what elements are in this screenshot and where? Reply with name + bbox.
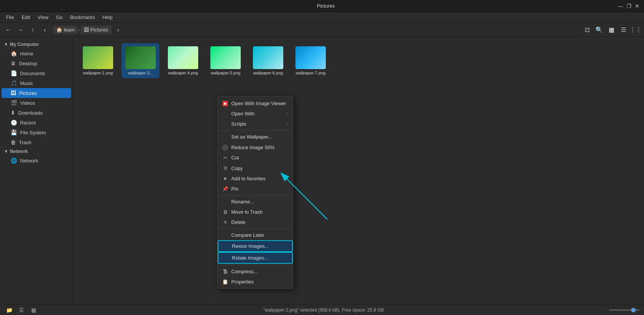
menu-item-edit[interactable]: Edit [19, 13, 33, 21]
file-item-6[interactable]: wallpaper-7.png [292, 43, 330, 78]
my-computer-section[interactable]: ▼ My Computer [0, 40, 73, 49]
ctx-compress[interactable]: 🗜 Compress... [218, 266, 293, 277]
file-name-4: wallpaper-5.png [211, 71, 240, 75]
ctx-scripts[interactable]: Scripts › [218, 119, 293, 129]
grid-view-button[interactable]: ▦ [606, 25, 617, 35]
file-thumbnail-3 [168, 46, 198, 69]
ctx-move-trash-label: Move to Trash [231, 209, 262, 215]
ctx-add-favorites[interactable]: ★ Add to favorites [218, 173, 293, 184]
statusbar-left: 📁 ☰ ▦ [5, 306, 38, 315]
ctx-pin-label: Pin [231, 186, 238, 192]
main-layout: ▼ My Computer 🏠 Home 🖥 Desktop 📄 Documen… [0, 37, 644, 304]
ctx-move-trash[interactable]: 🗑 Move to Trash [218, 207, 293, 217]
sidebar: ▼ My Computer 🏠 Home 🖥 Desktop 📄 Documen… [0, 37, 73, 304]
file-name-2: wallpaper-2... [128, 71, 153, 75]
breadcrumb-pictures-label: Pictures [90, 27, 108, 33]
ctx-open-with[interactable]: Open With › [218, 109, 293, 119]
sidebar-item-music[interactable]: 🎵 Music [2, 78, 71, 88]
file-thumbnail-4 [210, 46, 241, 69]
sidebar-item-videos[interactable]: 🎬 Videos [2, 98, 71, 108]
forward-button[interactable]: → [15, 25, 26, 35]
file-item-5[interactable]: wallpaper-6.png [249, 43, 287, 78]
statusbar-grid-button[interactable]: ▦ [29, 306, 38, 315]
ctx-properties[interactable]: 📋 Properties [218, 277, 293, 287]
breadcrumb-home-label: team [64, 27, 75, 33]
file-thumbnail-6 [295, 46, 326, 69]
ctx-rotate[interactable]: Rotate Images... [218, 252, 293, 264]
ctx-reduce[interactable]: % Reduce Image 50% [218, 142, 293, 153]
close-button[interactable]: ✕ [634, 3, 640, 9]
ctx-open-img[interactable]: ▶ Open With Image Viewer [218, 98, 293, 109]
sidebar-item-pictures[interactable]: 🖼 Pictures [2, 88, 71, 98]
pictures-icon: 🖼 [84, 27, 89, 33]
compress-icon: 🗜 [222, 269, 228, 274]
menu-item-view[interactable]: View [35, 13, 51, 21]
right-nav-button[interactable]: › [113, 25, 123, 35]
zoom-slider[interactable] [609, 309, 639, 311]
sidebar-item-documents[interactable]: 📄 Documents [2, 68, 71, 78]
menu-item-file[interactable]: File [3, 13, 17, 21]
ctx-cut-label: Cut [231, 155, 239, 161]
menu-item-bookmarks[interactable]: Bookmarks [67, 13, 98, 21]
sidebar-item-network-label: Network [20, 158, 38, 164]
file-item-1[interactable]: wallpaper-1.png [79, 43, 117, 78]
collapse-icon: ▼ [4, 42, 8, 47]
file-name-3: wallpaper-4.png [168, 71, 198, 75]
ctx-sep-1 [218, 130, 293, 131]
sidebar-item-filesystem[interactable]: 💾 File System [2, 128, 71, 137]
minimize-button[interactable]: — [617, 3, 623, 9]
ctx-open-img-label: Open With Image Viewer [231, 101, 286, 106]
maximize-button[interactable]: ❐ [626, 3, 632, 9]
file-thumbnail-5 [253, 46, 283, 69]
breadcrumb-home[interactable]: 🏠 team [53, 26, 78, 34]
scripts-arrow: › [287, 122, 288, 126]
zoom-thumb [631, 308, 636, 312]
toolbar: ← → ↑ ‹ 🏠 team › 🖼 Pictures › ⊡ 🔍 ▦ ☰ ⋮⋮ [0, 23, 644, 37]
my-computer-label: My Computer [10, 42, 39, 47]
ctx-compare[interactable]: Compare Later [218, 230, 293, 240]
list-view-button[interactable]: ☰ [618, 25, 629, 35]
network-section[interactable]: ▼ Network [0, 147, 73, 156]
sidebar-item-videos-label: Videos [20, 100, 35, 106]
file-item-4[interactable]: wallpaper-5.png [207, 43, 245, 78]
ctx-rename-label: Rename... [231, 199, 254, 205]
menu-item-go[interactable]: Go [53, 13, 65, 21]
view-icon-button[interactable]: ⊡ [582, 25, 592, 35]
ctx-resize[interactable]: Resize Images... [218, 240, 293, 252]
toolbar-right: ⊡ 🔍 ▦ ☰ ⋮⋮ [582, 25, 641, 35]
content-area[interactable]: wallpaper-1.png wallpaper-2... wallpaper… [73, 37, 644, 304]
statusbar-folder-button[interactable]: 📁 [5, 306, 14, 315]
sidebar-item-desktop-label: Desktop [19, 61, 37, 66]
back-button[interactable]: ← [3, 25, 14, 35]
ctx-pin[interactable]: 📌 Pin [218, 184, 293, 194]
ctx-cut[interactable]: ✂ Cut [218, 153, 293, 163]
ctx-wallpaper[interactable]: Set as Wallpaper... [218, 132, 293, 142]
ctx-copy-label: Copy [231, 165, 243, 171]
sidebar-item-pictures-label: Pictures [19, 90, 37, 96]
move-trash-icon: 🗑 [222, 209, 228, 215]
up-button[interactable]: ↑ [27, 25, 38, 35]
file-item-2[interactable]: wallpaper-2... [122, 43, 159, 78]
sidebar-item-desktop[interactable]: 🖥 Desktop [2, 58, 71, 68]
menu-item-help[interactable]: Help [99, 13, 116, 21]
left-nav-button[interactable]: ‹ [39, 25, 50, 35]
sidebar-item-filesystem-label: File System [20, 130, 46, 135]
statusbar: 📁 ☰ ▦ "wallpaper-2.png" selected (908.6 … [0, 304, 644, 315]
file-item-3[interactable]: wallpaper-4.png [164, 43, 202, 78]
sidebar-item-trash[interactable]: 🗑 Trash [2, 137, 71, 147]
search-button[interactable]: 🔍 [594, 25, 605, 35]
cut-icon: ✂ [222, 155, 228, 161]
ctx-delete[interactable]: ✕ Delete [218, 217, 293, 227]
sidebar-item-home[interactable]: 🏠 Home [2, 49, 71, 58]
menu-view-button[interactable]: ⋮⋮ [630, 25, 641, 35]
statusbar-list-button[interactable]: ☰ [17, 306, 26, 315]
ctx-delete-label: Delete [231, 219, 246, 225]
sidebar-item-recent[interactable]: 🕐 Recent [2, 118, 71, 128]
sidebar-item-downloads[interactable]: ⬇ Downloads [2, 108, 71, 118]
breadcrumb-pictures[interactable]: 🖼 Pictures [81, 26, 111, 34]
ctx-copy[interactable]: ⧉ Copy [218, 163, 293, 173]
sidebar-item-network[interactable]: 🌐 Network [2, 156, 71, 165]
ctx-open-with-label: Open With [231, 111, 254, 117]
ctx-rename[interactable]: Rename... [218, 197, 293, 207]
file-thumbnail-2 [125, 46, 156, 69]
